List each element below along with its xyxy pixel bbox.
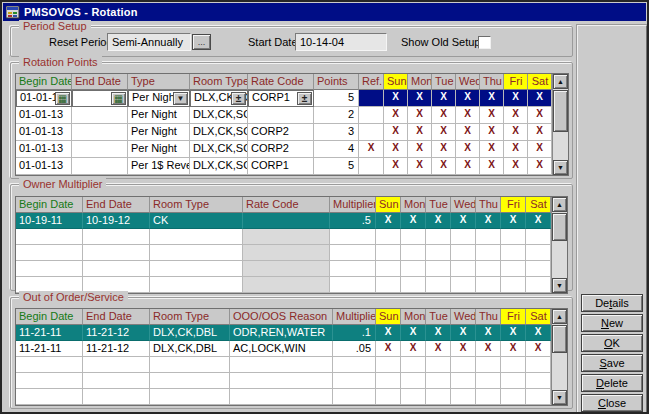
day-mark-cell[interactable] (501, 389, 526, 405)
table-row[interactable]: 10-19-1110-19-12CK.5XXXXXXX (16, 213, 551, 229)
grid-cell[interactable] (243, 277, 330, 293)
day-mark-cell[interactable]: X (476, 213, 501, 229)
list-of-values-icon[interactable]: ± (297, 92, 312, 105)
day-mark-cell[interactable]: X (408, 107, 432, 124)
day-mark-cell[interactable] (426, 229, 451, 245)
day-mark-cell[interactable]: X (456, 124, 480, 141)
scroll-down-button[interactable]: ▼ (553, 160, 568, 175)
grid-cell[interactable]: .5 (330, 213, 376, 229)
day-mark-cell[interactable] (451, 373, 476, 389)
day-mark-cell[interactable]: X (426, 213, 451, 229)
day-mark-cell[interactable] (451, 245, 476, 261)
grid-cell[interactable]: ▦ (72, 90, 128, 107)
table-row[interactable]: 01-01-13Per NightDLX,CK,SGK,KCORP24XXXXX… (16, 141, 552, 158)
reset-period-browse-button[interactable]: ... (192, 34, 211, 50)
table-row[interactable]: 01-01-13Per NightDLX,CK,SGK,KCORP23XXXXX… (16, 124, 552, 141)
grid-cell[interactable] (150, 389, 230, 405)
day-mark-cell[interactable]: X (456, 107, 480, 124)
day-mark-cell[interactable] (526, 261, 551, 277)
day-mark-cell[interactable]: X (384, 141, 408, 158)
day-mark-cell[interactable]: X (480, 141, 504, 158)
day-mark-cell[interactable]: X (376, 213, 401, 229)
day-mark-cell[interactable]: X (504, 124, 528, 141)
save-button[interactable]: Save (581, 354, 643, 372)
table-row[interactable] (16, 373, 551, 389)
day-mark-cell[interactable] (451, 357, 476, 373)
calendar-icon[interactable]: ▦ (55, 92, 70, 105)
grid-cell[interactable] (230, 389, 333, 405)
day-mark-cell[interactable] (526, 373, 551, 389)
grid-cell[interactable]: CORP2 (248, 141, 314, 158)
day-mark-cell[interactable]: X (408, 124, 432, 141)
day-mark-cell[interactable]: X (408, 141, 432, 158)
day-mark-cell[interactable] (451, 229, 476, 245)
grid-cell[interactable] (150, 261, 243, 277)
day-mark-cell[interactable]: X (480, 158, 504, 175)
grid-cell[interactable] (243, 261, 330, 277)
grid-cell[interactable]: .05 (333, 341, 376, 357)
grid-cell[interactable] (72, 124, 128, 141)
day-mark-cell[interactable] (501, 229, 526, 245)
day-mark-cell[interactable] (376, 245, 401, 261)
grid-cell[interactable]: DLX,CK,DBL (150, 325, 230, 341)
day-mark-cell[interactable]: X (504, 90, 528, 107)
day-mark-cell[interactable]: X (501, 213, 526, 229)
grid-cell[interactable] (243, 229, 330, 245)
grid-cell[interactable] (83, 357, 150, 373)
grid-cell[interactable] (359, 124, 384, 141)
day-mark-cell[interactable]: X (451, 213, 476, 229)
scroll-up-button[interactable]: ▲ (552, 197, 567, 212)
day-mark-cell[interactable]: X (526, 341, 551, 357)
grid-cell[interactable] (150, 373, 230, 389)
day-mark-cell[interactable]: X (384, 90, 408, 107)
scroll-up-button[interactable]: ▲ (553, 74, 568, 89)
day-mark-cell[interactable]: X (528, 90, 552, 107)
grid-cell[interactable] (330, 245, 376, 261)
grid-cell[interactable] (72, 107, 128, 124)
day-mark-cell[interactable]: X (456, 90, 480, 107)
table-row[interactable]: 11-21-1111-21-12DLX,CK,DBLODR,REN,WATER.… (16, 325, 551, 341)
grid-cell[interactable]: Per Night (128, 141, 190, 158)
grid-cell[interactable]: 10-19-11 (16, 213, 83, 229)
scrollbar-thumb[interactable] (552, 213, 567, 241)
day-mark-cell[interactable]: X (480, 124, 504, 141)
day-mark-cell[interactable]: X (432, 141, 456, 158)
table-row[interactable]: 01-01-13Per 1$ RevenuDLX,CK,SGK,KCORP15X… (16, 158, 552, 175)
grid-cell[interactable] (230, 357, 333, 373)
day-mark-cell[interactable] (376, 357, 401, 373)
day-mark-cell[interactable]: X (504, 107, 528, 124)
grid-cell[interactable] (150, 229, 243, 245)
grid-cell[interactable] (333, 389, 376, 405)
day-mark-cell[interactable] (476, 229, 501, 245)
table-row[interactable] (16, 389, 551, 405)
day-mark-cell[interactable] (476, 357, 501, 373)
table-row[interactable] (16, 357, 551, 373)
day-mark-cell[interactable] (501, 277, 526, 293)
chevron-down-icon[interactable]: ▼ (173, 92, 188, 105)
day-mark-cell[interactable] (501, 261, 526, 277)
day-mark-cell[interactable]: X (408, 158, 432, 175)
day-mark-cell[interactable]: X (384, 124, 408, 141)
day-mark-cell[interactable]: X (501, 341, 526, 357)
grid-cell[interactable]: 5 (314, 90, 359, 107)
day-mark-cell[interactable] (501, 245, 526, 261)
day-mark-cell[interactable]: X (480, 90, 504, 107)
grid-cell[interactable] (230, 373, 333, 389)
day-mark-cell[interactable]: X (401, 213, 426, 229)
scrollbar-thumb[interactable] (552, 325, 567, 353)
day-mark-cell[interactable] (476, 277, 501, 293)
day-mark-cell[interactable]: X (451, 325, 476, 341)
day-mark-cell[interactable]: X (504, 158, 528, 175)
grid-cell[interactable] (83, 229, 150, 245)
day-mark-cell[interactable]: X (376, 325, 401, 341)
grid-cell[interactable]: X (359, 141, 384, 158)
grid-cell[interactable]: CORP1 (248, 158, 314, 175)
grid-cell[interactable]: ODR,REN,WATER (230, 325, 333, 341)
grid-cell[interactable] (16, 373, 83, 389)
day-mark-cell[interactable]: X (384, 107, 408, 124)
grid-cell[interactable]: 11-21-12 (83, 341, 150, 357)
reset-period-field[interactable]: Semi-Annually (107, 33, 191, 51)
day-mark-cell[interactable]: X (376, 341, 401, 357)
grid-cell[interactable]: DLX,CK,SGK,K (190, 124, 248, 141)
day-mark-cell[interactable]: X (476, 341, 501, 357)
